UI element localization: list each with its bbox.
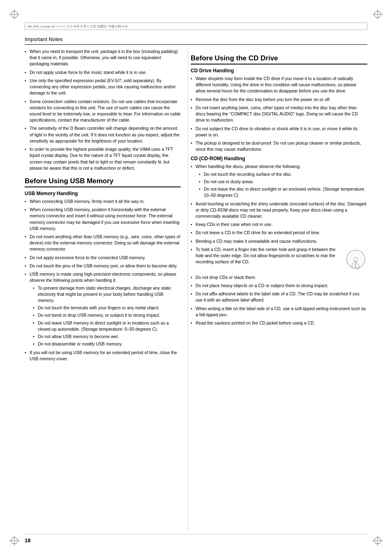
- usb-sub-2: Do not touch the terminals with your fin…: [33, 305, 181, 311]
- intro-bullet-list: When you need to transport the unit, pac…: [25, 48, 181, 171]
- usb-sub-1: To prevent damage from static electrical…: [33, 285, 181, 304]
- cdrom-bullet-extended: Do not leave a CD in the CD drive for an…: [191, 230, 367, 236]
- title-divider: [25, 44, 367, 45]
- usb-bullet-4: Do not apply excessive force to the conn…: [25, 255, 181, 261]
- cd-bullet-5: The pickup is designed to be dust-proof.…: [191, 140, 367, 152]
- intro-bullet-3: Use only the specified expression pedal …: [25, 78, 181, 97]
- cdrom-bullet-drop: Do not drop CDs or stack them.: [191, 274, 367, 281]
- usb-sub-4: Do not leave USB memory in direct sunlig…: [33, 320, 181, 332]
- content-area: When you need to transport the unit, pac…: [25, 48, 367, 530]
- intro-bullet-5: The sensitivity of the D Beam controller…: [25, 125, 181, 144]
- header-text: RK-300_e.book 18 ページ ２０８年９月１０日 水曜日 午後４時６…: [28, 24, 128, 29]
- cdrom-bullet-label: Do not affix adhesive labels to the labe…: [191, 291, 367, 303]
- left-column: When you need to transport the unit, pac…: [25, 48, 181, 530]
- cd-handling-subtitle: CD Drive Handling: [191, 68, 367, 74]
- page: RK-300_e.book 18 ページ ２０８年９月１０日 水曜日 午後４時６…: [0, 0, 392, 555]
- bottom-divider: [25, 534, 367, 534]
- corner-mark-tl: [8, 8, 21, 21]
- cdrom-sub-list: Do not touch the recording surface of th…: [199, 171, 367, 199]
- right-column: Before Using the CD Drive CD Drive Handl…: [191, 48, 367, 530]
- usb-bullet-3: Do not insert anything other than USB me…: [25, 234, 181, 253]
- intro-bullet-2: Do not apply undue force to the music st…: [25, 69, 181, 76]
- cdrom-sub-2: Do not use in dusty areas.: [199, 179, 367, 185]
- usb-sub-5: Do not allow USB memory to become wet.: [33, 334, 181, 340]
- cdrom-subtitle: CD (CD-ROM) Handling: [191, 156, 367, 161]
- corner-mark-br: [371, 534, 384, 547]
- cdrom-bullet-heavy: Do not place heavy objects on a CD or su…: [191, 283, 367, 289]
- cdrom-bullet-writing: When writing a title on the label side o…: [191, 306, 367, 318]
- intro-bullet-4: Some connection cables contain resistors…: [25, 99, 181, 124]
- cd-handling-list: Water droplets may form inside the CD dr…: [191, 76, 367, 152]
- cdrom-bullet-hold: To hold a CD, insert a finger into the c…: [191, 246, 367, 272]
- corner-mark-tr: [371, 8, 384, 21]
- usb-sub-6: Do not disassemble or modify USB memory.: [33, 341, 181, 347]
- usb-bullet-1: When connecting USB memory, firmly inser…: [25, 198, 181, 205]
- cdrom-sub-3: Do not leave the disc in direct sunlight…: [199, 186, 367, 198]
- svg-point-13: [354, 257, 358, 261]
- cdrom-bullet-observe: When handling the discs, please observe …: [191, 164, 367, 198]
- cdrom-bullet-cautions: Read the cautions printed on the CD jack…: [191, 320, 367, 326]
- cd-bullet-3: Do not insert anything (wire, coins, oth…: [191, 105, 367, 124]
- usb-bullet-5: Do not touch the pins of the USB memory …: [25, 263, 181, 269]
- cd-illustration: [345, 248, 367, 271]
- usb-bullet-6: USB memory is made using high-precision …: [25, 271, 181, 347]
- cd-bullet-1: Water droplets may form inside the CD dr…: [191, 76, 367, 94]
- cd-bullet-4: Do not subject the CD drive to vibration…: [191, 126, 367, 138]
- cdrom-list: When handling the discs, please observe …: [191, 164, 367, 326]
- header-bar: RK-300_e.book 18 ページ ２０８年９月１０日 水曜日 午後４時６…: [25, 23, 367, 30]
- usb-section-title: Before Using USB Memory: [25, 177, 181, 187]
- cdrom-bullet-bend: Bending a CD may make it unreadable and …: [191, 238, 367, 244]
- corner-mark-bl: [8, 534, 21, 547]
- cdrom-sub-1: Do not touch the recording surface of th…: [199, 171, 367, 177]
- cd-section-title: Before Using the CD Drive: [191, 54, 367, 64]
- cd-bullet-2: Remove the disc from the disc tray befor…: [191, 97, 367, 103]
- cdrom-bullet-avoid: Avoid touching or scratching the shiny u…: [191, 201, 367, 220]
- usb-handling-subtitle: USB Memory Handling: [25, 191, 181, 196]
- usb-bullet-list: When connecting USB memory, firmly inser…: [25, 198, 181, 362]
- page-number: 18: [25, 537, 30, 543]
- usb-bullet-7: If you will not be using USB memory for …: [25, 350, 181, 362]
- page-title: Important Notes: [25, 36, 63, 42]
- intro-bullet-1: When you need to transport the unit, pac…: [25, 48, 181, 67]
- intro-bullet-6: In order to provide the highest possible…: [25, 146, 181, 171]
- usb-bullet-2: When connecting USB memory, position it …: [25, 207, 181, 232]
- usb-sub-3: Do not bend or drop USB memory, or subje…: [33, 312, 181, 318]
- cdrom-bullet-case: Keep CDs in their case when not in use.: [191, 221, 367, 228]
- usb-sub-list: To prevent damage from static electrical…: [33, 285, 181, 348]
